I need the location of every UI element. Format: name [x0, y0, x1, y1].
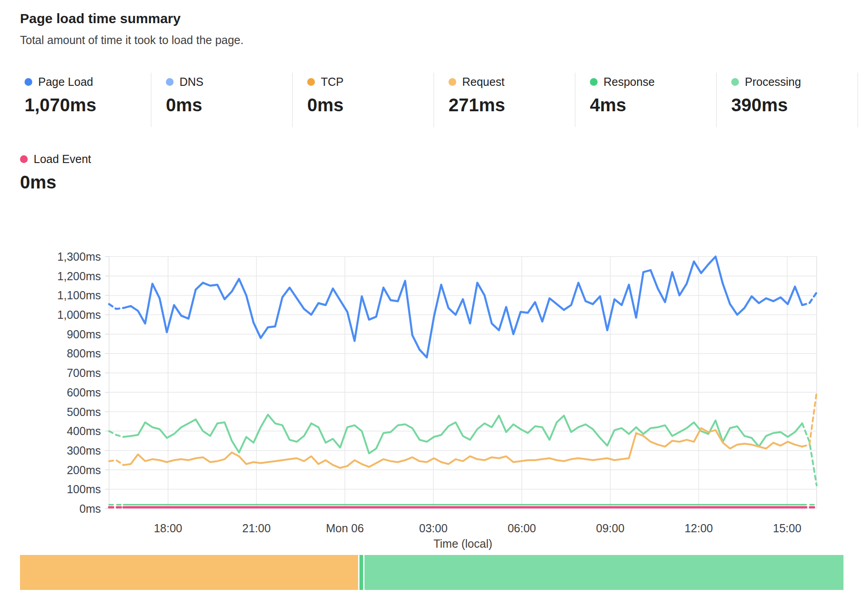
metric-label: Request	[462, 75, 504, 89]
metric-value: 390ms	[731, 95, 858, 115]
series-request-line	[802, 392, 817, 447]
legend-metric[interactable]: TCP 0ms	[293, 73, 434, 127]
footer-bar-segment-processing-share	[364, 555, 843, 590]
legend-metric-load-event[interactable]: Load Event 0ms	[20, 153, 91, 193]
metric-value: 4ms	[590, 95, 716, 115]
y-tick-label: 1,200ms	[57, 270, 101, 282]
y-tick-label: 200ms	[67, 464, 101, 476]
metric-label: TCP	[321, 75, 344, 89]
y-tick-label: 1,300ms	[57, 250, 101, 263]
legend-metric[interactable]: Processing 390ms	[717, 73, 858, 127]
metric-label: Response	[604, 75, 655, 89]
x-tick-label: 03:00	[419, 522, 448, 535]
metric-value: 0ms	[307, 95, 434, 115]
load-time-chart-svg[interactable]: 0ms100ms200ms300ms400ms500ms600ms700ms80…	[0, 245, 868, 552]
metric-label: Processing	[745, 75, 801, 89]
x-tick-label: 06:00	[508, 522, 536, 535]
page-load-dot-icon	[25, 78, 32, 86]
metric-label: Load Event	[34, 153, 91, 166]
tcp-dot-icon	[307, 78, 315, 86]
y-tick-label: 300ms	[67, 444, 101, 457]
dns-dot-icon	[166, 78, 174, 86]
x-tick-label: 21:00	[242, 522, 271, 535]
metric-label: DNS	[180, 75, 204, 89]
y-tick-label: 100ms	[67, 483, 101, 495]
x-tick-label: 15:00	[773, 522, 802, 535]
series-page-load-line	[109, 304, 124, 309]
legend-metric[interactable]: Page Load 1,070ms	[10, 73, 151, 127]
footer-bar-segment-request-share	[20, 555, 358, 590]
metric-value: 0ms	[166, 95, 292, 115]
y-tick-label: 800ms	[67, 347, 101, 360]
series-page-load-line	[802, 292, 817, 305]
metric-value: 1,070ms	[25, 95, 151, 115]
footer-bar-segment-divider-share	[359, 555, 363, 590]
metric-value: 271ms	[449, 95, 575, 115]
footer-bar[interactable]	[20, 555, 844, 590]
metric-label: Page Load	[38, 75, 93, 89]
legend-metric[interactable]: Request 271ms	[434, 73, 575, 127]
y-tick-label: 900ms	[67, 328, 101, 341]
y-tick-label: 600ms	[67, 386, 101, 399]
x-tick-label: 12:00	[684, 522, 713, 535]
series-request-line	[109, 460, 124, 465]
x-tick-label: 09:00	[596, 522, 625, 535]
x-tick-label: 18:00	[154, 522, 182, 535]
y-tick-label: 0ms	[80, 502, 101, 515]
y-tick-label: 1,000ms	[57, 308, 101, 321]
legend-metrics-row: Page Load 1,070ms DNS 0ms TCP 0ms Reques…	[10, 73, 858, 127]
processing-dot-icon	[731, 78, 739, 86]
y-tick-label: 700ms	[67, 366, 101, 379]
y-tick-label: 500ms	[67, 406, 101, 418]
load-event-dot-icon	[20, 155, 28, 163]
y-tick-label: 1,100ms	[57, 289, 101, 302]
load-time-chart[interactable]: 0ms100ms200ms300ms400ms500ms600ms700ms80…	[0, 245, 868, 552]
page-title: Page load time summary	[20, 11, 180, 26]
series-processing-line	[802, 423, 817, 485]
page-load-summary-panel: Page load time summary Total amount of t…	[0, 0, 868, 614]
legend-metric[interactable]: DNS 0ms	[151, 73, 293, 127]
page-subtitle: Total amount of time it took to load the…	[20, 34, 244, 47]
series-page-load-line	[124, 257, 802, 357]
request-dot-icon	[449, 78, 456, 86]
series-processing-line	[124, 415, 802, 453]
y-tick-label: 400ms	[67, 425, 101, 437]
x-axis-title: Time (local)	[434, 537, 493, 550]
x-tick-label: Mon 06	[326, 522, 364, 535]
series-processing-line	[109, 431, 124, 437]
legend-metric[interactable]: Response 4ms	[575, 73, 717, 127]
metric-value: 0ms	[20, 172, 91, 193]
response-dot-icon	[590, 78, 598, 86]
